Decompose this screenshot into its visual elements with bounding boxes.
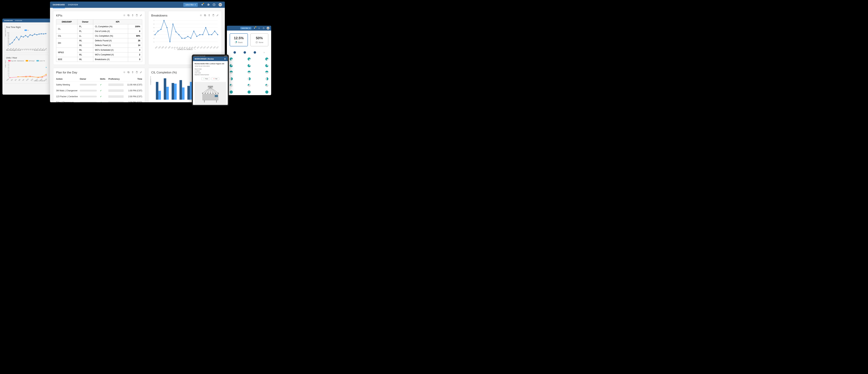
trash-icon[interactable]: [131, 14, 134, 17]
plan-row[interactable]: Safety Meeting ✓ 11:00 AM (CST): [56, 82, 142, 88]
trash-icon[interactable]: [208, 14, 210, 17]
grid-row: [230, 69, 268, 75]
check-icon: ✓: [100, 84, 108, 86]
dot-icon[interactable]: [254, 51, 256, 54]
pie-icon[interactable]: [265, 84, 268, 87]
kpi-table: DMS/SWP Owner KPI CLPLCL Completion (%)1…: [56, 20, 142, 62]
svg-point-20: [9, 43, 10, 44]
edit-icon[interactable]: [216, 14, 219, 17]
pie-icon[interactable]: [230, 58, 233, 61]
filter-select[interactable]: select filter ▾: [240, 27, 251, 30]
copy-icon[interactable]: [127, 14, 130, 17]
svg-line-143: [210, 87, 216, 93]
check-icon: ✓: [100, 101, 108, 102]
gear-icon[interactable]: [258, 27, 260, 30]
tablet-subtitle: Verify the job information: [195, 65, 226, 67]
tablet-field-label: Location: [195, 70, 226, 72]
clipboard-icon[interactable]: [135, 71, 138, 74]
card-title: Plan for the Day: [56, 71, 77, 74]
svg-point-104: [205, 27, 206, 28]
svg-point-27: [25, 35, 26, 36]
machine-image: [195, 82, 226, 104]
gear-icon[interactable]: [207, 3, 210, 6]
avatar[interactable]: AG: [219, 3, 222, 6]
table-row: BDEMLBreakdowns (#)3: [56, 57, 142, 62]
pie-icon[interactable]: [248, 77, 251, 81]
stat-box[interactable]: 12.5% Basic: [230, 33, 248, 46]
svg-text:50: 50: [8, 76, 9, 77]
gear-icon[interactable]: [123, 71, 125, 74]
bolt-icon[interactable]: [253, 27, 256, 30]
pie-icon[interactable]: [265, 77, 268, 81]
check-icon: ✓: [100, 95, 108, 98]
gear-icon[interactable]: [123, 14, 125, 17]
clipboard-icon[interactable]: [135, 14, 138, 17]
copy-icon[interactable]: [204, 14, 206, 17]
pie-icon[interactable]: [248, 58, 251, 61]
card-kpis: KPIs DMS/SWP Owner KPI CLPLCL Completion…: [53, 11, 145, 65]
pie-icon[interactable]: [230, 64, 233, 67]
pie-icon[interactable]: [230, 77, 233, 81]
svg-point-130: [259, 28, 259, 29]
svg-point-91: [166, 27, 167, 28]
svg-point-88: [157, 31, 158, 32]
pie-icon[interactable]: [265, 90, 268, 94]
pie-icon[interactable]: [230, 71, 233, 74]
help-icon[interactable]: ?: [262, 27, 265, 30]
topbar: DASHBOARD OVERVIEW: [2, 19, 51, 22]
chevron-right-icon[interactable]: ›: [264, 51, 265, 54]
svg-point-102: [199, 34, 200, 35]
dot-icon[interactable]: [234, 51, 236, 54]
trash-icon[interactable]: [131, 71, 134, 74]
proficiency-bar: [108, 95, 124, 98]
pie-icon[interactable]: [230, 90, 233, 94]
svg-point-100: [193, 31, 194, 32]
filter-select[interactable]: select filter▾: [183, 3, 198, 7]
svg-rect-135: [215, 95, 218, 97]
clipboard-icon[interactable]: [212, 14, 215, 17]
plan-row[interactable]: Filler | Changeover ✓ 2:30 PM (CST): [56, 99, 142, 102]
tab-dashboard[interactable]: DASHBOARD: [4, 20, 13, 21]
svg-text:1: 1: [154, 41, 155, 43]
edit-icon[interactable]: [140, 71, 142, 74]
dot-icon[interactable]: [244, 51, 246, 54]
pie-icon[interactable]: [265, 64, 268, 67]
pie-icon[interactable]: [248, 84, 251, 87]
svg-text:250: 250: [8, 70, 9, 71]
user-icon[interactable]: [224, 58, 226, 60]
svg-point-96: [181, 38, 182, 39]
copy-icon[interactable]: [127, 71, 130, 74]
pie-icon[interactable]: [265, 71, 268, 74]
pass-button[interactable]: ✓Pass: [202, 77, 210, 80]
svg-line-139: [205, 87, 210, 93]
svg-point-29: [30, 34, 31, 35]
tab-dashboard[interactable]: DASHBOARD: [53, 2, 65, 8]
pie-icon[interactable]: [248, 90, 251, 94]
svg-point-151: [215, 93, 216, 94]
svg-point-32: [36, 34, 37, 35]
stat-box[interactable]: 50% None: [250, 33, 269, 46]
edit-icon[interactable]: [140, 14, 142, 17]
help-icon[interactable]: ?: [213, 3, 215, 6]
card-units-per-hour: Units / Hour Day Shift - MaintenanceJeff…: [4, 55, 49, 84]
svg-point-24: [19, 39, 20, 40]
pie-icon[interactable]: [265, 58, 268, 61]
fail-button[interactable]: ✕Fail: [212, 77, 219, 80]
tab-overview[interactable]: OVERVIEW: [15, 20, 22, 21]
svg-text:93: 93: [8, 42, 9, 43]
svg-text:500: 500: [8, 62, 9, 63]
plan-row[interactable]: 3M Matic | Changeover ✓ 1:00 PM (CST): [56, 88, 142, 94]
svg-point-101: [196, 36, 197, 37]
gear-icon[interactable]: [199, 14, 202, 17]
pie-icon[interactable]: [230, 84, 233, 87]
svg-point-23: [16, 36, 17, 37]
svg-text:300: 300: [8, 68, 9, 69]
svg-point-109: [124, 72, 125, 72]
tab-overview[interactable]: OVERVIEW: [68, 2, 78, 8]
plan-row[interactable]: 123 Packer | Centerline ✓ 2:00 PM (CST): [56, 94, 142, 99]
pie-icon[interactable]: [248, 71, 251, 74]
svg-rect-114: [156, 82, 158, 100]
pie-icon[interactable]: [248, 64, 251, 67]
avatar[interactable]: AG: [267, 27, 270, 30]
bolt-icon[interactable]: [201, 3, 204, 6]
